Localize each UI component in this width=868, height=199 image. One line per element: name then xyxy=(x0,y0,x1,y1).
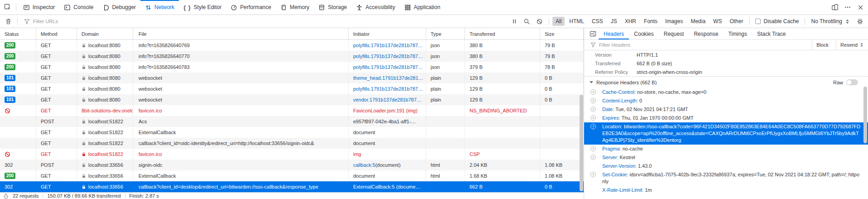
tab-accessibility[interactable]: Accessibility xyxy=(351,0,399,15)
tab-memory[interactable]: Memory xyxy=(276,0,314,15)
initiator-link[interactable]: polyfills.1791b137de281b787… xyxy=(353,64,423,70)
initiator-link[interactable]: polyfills.1791b137de281b787… xyxy=(353,86,423,92)
block-url-button[interactable]: Block xyxy=(812,40,833,50)
initiator-link[interactable]: callback:5 xyxy=(353,162,375,168)
table-row[interactable]: 200GETlocalhost:8080info?t=1635826640783… xyxy=(0,62,584,73)
table-row[interactable]: 302POSTlocalhost:33656signin-oidccallbac… xyxy=(0,160,584,170)
table-row[interactable]: 200GETlocalhost:8080info?t=1635826640769… xyxy=(0,40,584,51)
resend-button[interactable]: Resend xyxy=(836,40,868,50)
initiator-link: document xyxy=(353,130,375,135)
details-tab-stack-trace[interactable]: Stack Trace xyxy=(752,28,791,39)
raw-headers-toggle[interactable] xyxy=(846,79,858,85)
initiator-link[interactable]: polyfills.1791b137de281b787… xyxy=(353,43,423,48)
column-header-initiator[interactable]: Initiator xyxy=(349,28,426,39)
response-header-row[interactable]: ?Expires: Thu, 01 Jan 1970 00:00:00 GMT xyxy=(584,114,868,122)
column-header-file[interactable]: File xyxy=(133,28,349,39)
initiator-link[interactable]: polyfills.1791b137de281b787… xyxy=(353,53,423,59)
table-row[interactable]: 200GETlocalhost:33656ExternalCallbackdoc… xyxy=(0,170,584,181)
response-header-row[interactable]: Server-Version: 1.43.0 xyxy=(584,162,868,170)
header-help-icon[interactable]: ? xyxy=(590,155,596,160)
toolbox-meatball-menu-button[interactable] xyxy=(842,0,854,15)
cell-status xyxy=(0,127,36,138)
disable-cache-checkbox[interactable]: Disable Cache xyxy=(753,18,801,24)
table-row[interactable]: 302GETlocalhost:33656callback?client_id=… xyxy=(0,181,584,192)
response-header-row[interactable]: ?Cache-Control: no-store, no-cache, max-… xyxy=(584,88,868,97)
throttling-select[interactable]: No Throttling xyxy=(808,18,853,24)
type-filter-ws[interactable]: WS xyxy=(710,17,725,26)
response-header-row[interactable]: ?Pragma: no-cache xyxy=(584,145,868,153)
details-tab-timings[interactable]: Timings xyxy=(723,28,752,39)
type-filter-js[interactable]: JS xyxy=(608,17,620,26)
column-header-size[interactable]: Size xyxy=(540,28,584,39)
initiator-link[interactable]: theme_head.1791b137de281… xyxy=(353,75,423,81)
tab-style-editor[interactable]: { } Style Editor xyxy=(179,0,226,15)
response-header-row[interactable]: ?Server: Kestrel xyxy=(584,153,868,162)
details-tab-request[interactable]: Request xyxy=(659,28,689,39)
initiator-link[interactable]: vendor.1791b137de281b787… xyxy=(353,97,422,102)
header-help-icon[interactable]: ? xyxy=(590,172,596,177)
tab-performance[interactable]: Performance xyxy=(226,0,276,15)
network-settings-gear-button[interactable] xyxy=(854,16,866,27)
type-filter-css[interactable]: CSS xyxy=(589,17,606,26)
type-filter-fonts[interactable]: Fonts xyxy=(641,17,661,26)
type-filter-images[interactable]: Images xyxy=(662,17,686,26)
response-header-row[interactable]: ?Set-Cookie: idsrv=adf6cba1-7075-402b-9e… xyxy=(584,170,868,186)
header-help-icon[interactable]: ? xyxy=(590,124,596,129)
response-header-row[interactable]: ?Content-Length: 0 xyxy=(584,97,868,105)
type-filter-all[interactable]: All xyxy=(552,17,565,26)
split-panel-toggle-button[interactable] xyxy=(587,28,599,39)
table-row[interactable]: 200GETlocalhost:8080info?t=1635826640770… xyxy=(0,51,584,62)
table-row[interactable]: GETlocalhost:51822ExternalCallbackdocume… xyxy=(0,127,584,138)
request-list-scrollbar[interactable] xyxy=(580,95,583,191)
request-count[interactable]: 22 requests xyxy=(13,193,38,199)
tab-storage[interactable]: Storage xyxy=(314,0,351,15)
request-blocking-button[interactable] xyxy=(534,16,546,27)
details-tab-cookies[interactable]: Cookies xyxy=(629,28,658,39)
details-tab-headers[interactable]: Headers xyxy=(599,28,629,39)
column-header-method[interactable]: Method xyxy=(36,28,77,39)
clear-requests-button[interactable] xyxy=(2,16,14,27)
responsive-design-mode-button[interactable] xyxy=(829,0,841,15)
column-header-transferred[interactable]: Transferred xyxy=(465,28,540,39)
details-tab-response[interactable]: Response xyxy=(689,28,723,39)
response-header-row[interactable]: X-Rate-Limit-Limit: 1m xyxy=(584,186,868,194)
node-picker-button[interactable] xyxy=(2,0,14,15)
table-row[interactable]: GETlocalhost:51822favicon.icoimgCSP xyxy=(0,149,584,160)
type-filter-media[interactable]: Media xyxy=(687,17,709,26)
details-scrollbar[interactable] xyxy=(863,87,867,143)
response-header-row[interactable]: ?Location: bitwarden://sso-callback?code… xyxy=(584,122,868,145)
column-header-domain[interactable]: Domain xyxy=(77,28,133,39)
response-headers-section-toggle[interactable]: Response Headers (662 B) Raw xyxy=(584,76,868,88)
pause-traffic-button[interactable] xyxy=(508,16,520,27)
header-help-icon[interactable]: ? xyxy=(590,89,596,95)
tab-console[interactable]: Console xyxy=(59,0,98,15)
tab-debugger[interactable]: Debugger xyxy=(98,0,140,15)
header-help-icon[interactable]: ? xyxy=(590,115,596,121)
table-row[interactable]: POSTlocalhost:51822Acse957f897-042e-4ba1… xyxy=(0,116,584,127)
close-devtools-button[interactable] xyxy=(854,0,866,15)
table-row[interactable]: GET8bit-solutions-dev.onelogin…favicon.i… xyxy=(0,105,584,116)
search-button[interactable] xyxy=(521,16,533,27)
tab-application[interactable]: Application xyxy=(400,0,445,15)
column-header-status[interactable]: Status xyxy=(0,28,36,39)
table-row[interactable]: GETlocalhost:51822callback?client_id=oid… xyxy=(0,138,584,149)
type-filter-html[interactable]: HTML xyxy=(566,17,587,26)
filter-headers-placeholder[interactable]: Filter Headers xyxy=(599,42,630,48)
table-row[interactable]: 101GETlocalhost:8080websocketpolyfills.1… xyxy=(0,83,584,94)
blocked-request-icon xyxy=(5,108,10,114)
search-icon xyxy=(523,18,530,25)
type-filter-xhr[interactable]: XHR xyxy=(622,17,639,26)
table-row[interactable]: 101GETlocalhost:8080websockettheme_head.… xyxy=(0,73,584,83)
cell-type: plain xyxy=(426,94,465,105)
header-help-icon[interactable]: ? xyxy=(590,146,596,151)
type-filter-other[interactable]: Other xyxy=(726,17,746,26)
lock-icon xyxy=(82,65,86,70)
tab-inspector[interactable]: Inspector xyxy=(19,0,59,15)
filter-urls-input[interactable]: Filter URLs xyxy=(21,15,508,28)
response-header-row[interactable]: ?Date: Tue, 02 Nov 2021 04:17:21 GMT xyxy=(584,105,868,114)
column-header-type[interactable]: Type xyxy=(426,28,465,39)
tab-network[interactable]: Network xyxy=(140,0,179,15)
table-row[interactable]: 101GETlocalhost:8080websocketvendor.1791… xyxy=(0,94,584,105)
header-help-icon[interactable]: ? xyxy=(590,107,596,112)
header-help-icon[interactable]: ? xyxy=(590,98,596,103)
